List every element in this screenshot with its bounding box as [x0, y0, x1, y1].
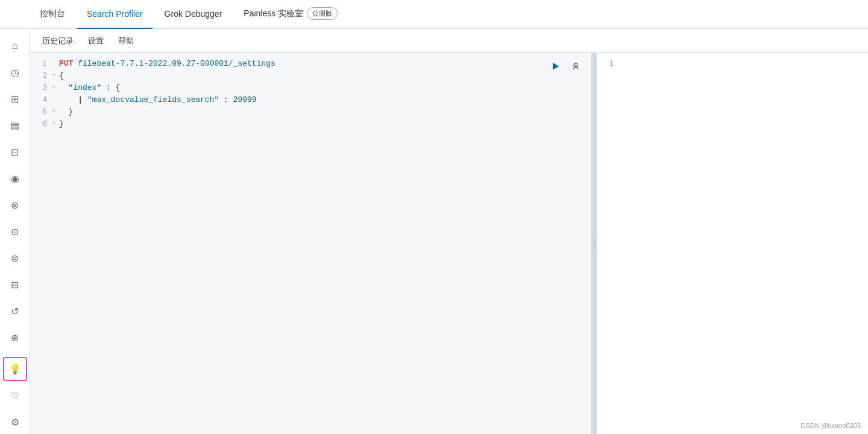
- line-number-1: 1: [35, 58, 52, 70]
- sidebar-icon-bulb[interactable]: 💡: [3, 357, 27, 381]
- sidebar-icon-stack[interactable]: ⊜: [3, 246, 27, 270]
- sub-nav-item-settings[interactable]: 设置: [86, 29, 106, 53]
- sub-nav-item-help[interactable]: 帮助: [116, 29, 136, 53]
- top-nav-item-search-profiler[interactable]: Search Profiler: [77, 0, 153, 29]
- beta-badge: 公测版: [307, 7, 338, 20]
- sidebar-icon-chart[interactable]: ⊞: [3, 87, 27, 111]
- line-fold-5: ^: [52, 106, 59, 118]
- line-content-5: }: [59, 106, 587, 118]
- right-panel: 1: [597, 53, 868, 434]
- panel-divider[interactable]: ⋮: [592, 53, 597, 434]
- editor-toolbar: [547, 58, 584, 75]
- line-fold-3: ~: [52, 82, 59, 94]
- sidebar-icon-heart[interactable]: ♡: [3, 383, 27, 407]
- sidebar-icon-layers[interactable]: ⊗: [3, 193, 27, 217]
- line-content-4: | "max_docvalue_fields_search" : 29999: [59, 94, 587, 106]
- line-number-5: 5: [35, 106, 52, 118]
- sidebar-icon-shop[interactable]: ⊡: [3, 140, 27, 164]
- main-layout: ⌂◷⊞▤⊡◉⊗⊙⊜⊟↺⊕💡♡⚙ 历史记录设置帮助: [0, 29, 868, 434]
- line-content-3: "index" : {: [59, 82, 587, 94]
- line-number-2: 2: [35, 70, 52, 82]
- code-line-3: 3~ "index" : {: [30, 82, 591, 94]
- sidebar-icon-clock[interactable]: ◷: [3, 60, 27, 84]
- line-fold-2: ~: [52, 70, 59, 82]
- sidebar-icon-pipe[interactable]: ⊟: [3, 272, 27, 297]
- left-editor-panel: 1PUT filebeat-7.7.1-2022.09.27-000001/_s…: [30, 53, 592, 434]
- line-fold-6: ^: [52, 118, 59, 130]
- editor-area: 1PUT filebeat-7.7.1-2022.09.27-000001/_s…: [30, 53, 868, 434]
- code-line-1: 1PUT filebeat-7.7.1-2022.09.27-000001/_s…: [30, 58, 591, 70]
- method-keyword: PUT: [59, 59, 73, 68]
- top-nav: 控制台Search ProfilerGrok DebuggerPainless …: [0, 0, 868, 29]
- right-line-number-1: 1: [602, 58, 618, 70]
- top-nav-item-grok-debugger[interactable]: Grok Debugger: [155, 0, 232, 29]
- code-line-6: 6^}: [30, 118, 591, 130]
- code-line-5: 5^ }: [30, 106, 591, 118]
- top-nav-item-painless-lab[interactable]: Painless 实验室公测版: [234, 0, 347, 29]
- svg-point-2: [575, 64, 576, 66]
- sidebar-icon-antenna[interactable]: ⊕: [3, 326, 27, 350]
- footer-watermark: CSDN @luomo0203: [800, 422, 861, 429]
- top-nav-item-console[interactable]: 控制台: [30, 0, 75, 29]
- right-editor[interactable]: 1: [597, 53, 868, 434]
- code-editor[interactable]: 1PUT filebeat-7.7.1-2022.09.27-000001/_s…: [30, 53, 591, 434]
- sidebar-icon-refresh[interactable]: ↺: [3, 299, 27, 323]
- sub-nav-item-history[interactable]: 历史记录: [40, 29, 76, 53]
- content-area: 历史记录设置帮助: [30, 29, 868, 434]
- sidebar-icon-user-circle[interactable]: ◉: [3, 166, 27, 190]
- path-value: filebeat-7.7.1-2022.09.27-000001/_settin…: [78, 59, 275, 68]
- sidebar-icon-person[interactable]: ⊙: [3, 219, 27, 244]
- sub-nav: 历史记录设置帮助: [30, 29, 868, 53]
- code-line-4: 4 | "max_docvalue_fields_search" : 29999: [30, 94, 591, 106]
- right-line-1: 1: [597, 58, 868, 70]
- line-number-6: 6: [35, 118, 52, 130]
- line-content-6: }: [59, 118, 587, 130]
- sidebar-icon-table[interactable]: ▤: [3, 113, 27, 137]
- line-number-3: 3: [35, 82, 52, 94]
- line-content-2: {: [59, 70, 587, 82]
- run-button[interactable]: [547, 58, 564, 75]
- sidebar: ⌂◷⊞▤⊡◉⊗⊙⊜⊟↺⊕💡♡⚙: [0, 29, 30, 434]
- sidebar-icon-gear[interactable]: ⚙: [3, 410, 27, 434]
- sidebar-icon-home[interactable]: ⌂: [3, 34, 27, 58]
- copy-button[interactable]: [567, 58, 584, 75]
- code-line-2: 2~{: [30, 70, 591, 82]
- line-number-4: 4: [35, 94, 52, 106]
- line-content-1: PUT filebeat-7.7.1-2022.09.27-000001/_se…: [59, 58, 587, 70]
- svg-marker-0: [553, 63, 559, 70]
